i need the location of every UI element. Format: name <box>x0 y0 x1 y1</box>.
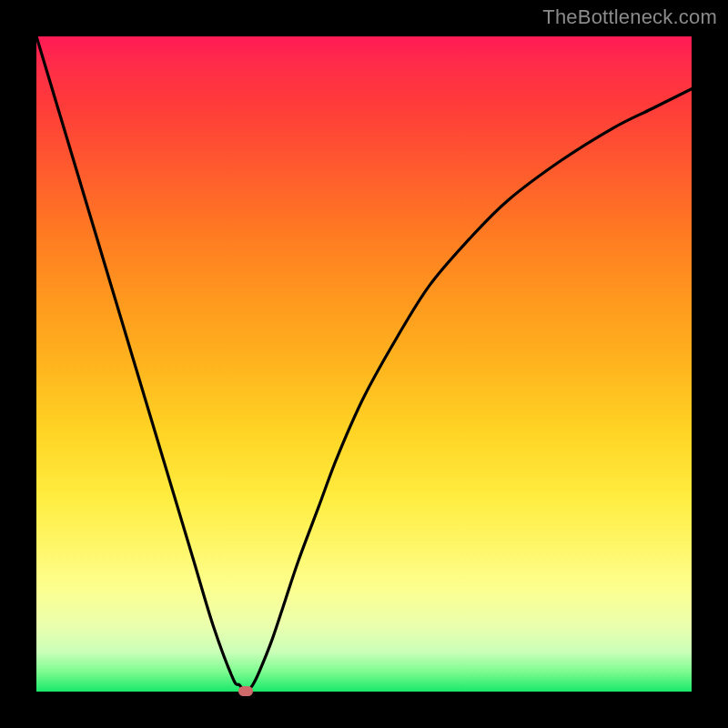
watermark-text: TheBottleneck.com <box>542 5 717 29</box>
plot-area <box>36 36 692 692</box>
bottleneck-curve <box>36 36 692 692</box>
chart-frame: TheBottleneck.com <box>0 0 728 728</box>
optimum-marker <box>238 686 253 696</box>
